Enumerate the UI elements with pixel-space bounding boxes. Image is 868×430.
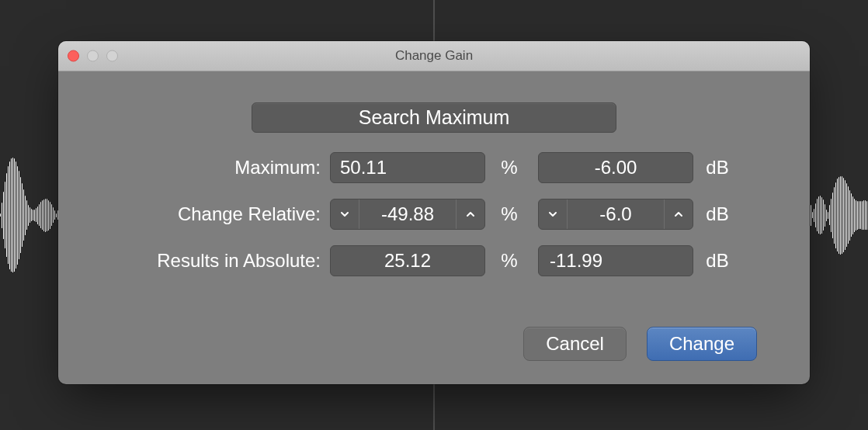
results-absolute-db-value: -11.99 (550, 250, 602, 272)
change-relative-percent-value: -49.88 (359, 203, 456, 225)
cancel-button[interactable]: Cancel (523, 327, 627, 361)
window-titlebar: Change Gain (58, 41, 810, 71)
results-absolute-percent-field[interactable]: 25.12 (330, 245, 485, 276)
maximum-db-field[interactable]: -6.00 (538, 152, 693, 183)
percent-unit: % (485, 250, 533, 272)
results-absolute-percent-value: 25.12 (384, 250, 431, 272)
change-gain-dialog: Change Gain Search Maximum Maximum: 50.1… (58, 41, 810, 384)
maximum-label: Maximum: (113, 157, 330, 179)
zoom-icon (106, 50, 118, 62)
change-relative-percent-stepper[interactable]: -49.88 (330, 199, 485, 230)
minimize-icon (87, 50, 99, 62)
search-maximum-button[interactable]: Search Maximum (252, 102, 616, 133)
maximum-db-value: -6.00 (595, 157, 637, 179)
db-unit: dB (693, 157, 741, 179)
results-absolute-db-field[interactable]: -11.99 (538, 245, 693, 276)
percent-unit: % (485, 203, 533, 225)
maximum-row: Maximum: 50.11 % -6.00 dB (113, 150, 755, 186)
percent-unit: % (485, 157, 533, 179)
chevron-down-icon[interactable] (331, 199, 359, 229)
change-relative-row: Change Relative: -49.88 % -6.0 (113, 196, 755, 232)
window-title: Change Gain (58, 48, 810, 64)
results-absolute-label: Results in Absolute: (113, 250, 330, 272)
window-traffic-lights (68, 50, 118, 62)
change-relative-db-stepper[interactable]: -6.0 (538, 199, 693, 230)
chevron-down-icon[interactable] (539, 199, 568, 229)
change-button[interactable]: Change (647, 327, 757, 361)
maximum-percent-field[interactable]: 50.11 (330, 152, 485, 183)
db-unit: dB (693, 203, 741, 225)
close-icon[interactable] (68, 50, 79, 62)
maximum-percent-value: 50.11 (340, 157, 387, 179)
change-relative-db-value: -6.0 (568, 203, 664, 225)
results-absolute-row: Results in Absolute: 25.12 % -11.99 dB (113, 243, 755, 279)
change-relative-label: Change Relative: (113, 203, 330, 225)
chevron-up-icon[interactable] (664, 199, 693, 229)
chevron-up-icon[interactable] (456, 199, 484, 229)
db-unit: dB (693, 250, 741, 272)
